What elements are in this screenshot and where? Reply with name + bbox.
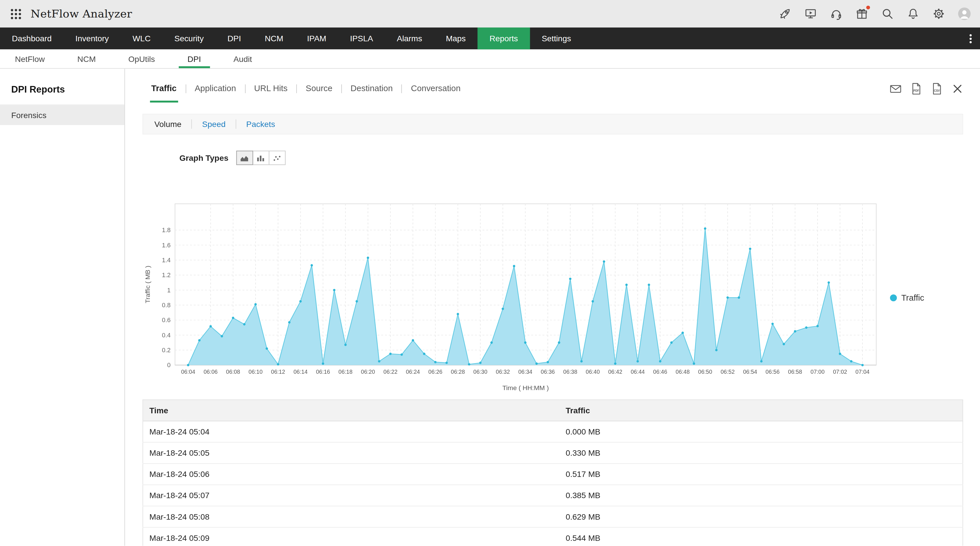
settings-gear-icon[interactable]	[932, 7, 946, 21]
report-tabs-row: TrafficApplicationURL HitsSourceDestinat…	[142, 69, 980, 101]
svg-text:0: 0	[167, 361, 170, 369]
notification-dot	[866, 6, 870, 10]
svg-text:06:56: 06:56	[766, 369, 780, 375]
export-csv-icon[interactable]: CSV	[931, 83, 943, 95]
live-demo-icon[interactable]	[804, 7, 818, 21]
top-header: NetFlow Analyzer	[0, 0, 980, 27]
module-sub-nav: NetFlowNCMOpUtilsDPIAudit	[0, 49, 980, 69]
email-icon[interactable]	[889, 83, 902, 95]
app-title: NetFlow Analyzer	[31, 8, 132, 20]
nav-item-ipam[interactable]: IPAM	[295, 27, 338, 49]
table-row: Mar-18-24 05:060.517 MB	[143, 463, 963, 485]
tab-conversation[interactable]: Conversation	[402, 76, 469, 100]
svg-text:06:28: 06:28	[451, 369, 465, 375]
user-avatar[interactable]	[957, 7, 971, 21]
nav-item-wlc[interactable]: WLC	[121, 27, 162, 49]
tab-destination[interactable]: Destination	[342, 76, 401, 100]
sidebar: DPI Reports Forensics	[0, 69, 125, 546]
subnav-item-netflow[interactable]: NetFlow	[6, 49, 54, 68]
overflow-menu-icon[interactable]	[961, 27, 980, 49]
cell-time: Mar-18-24 05:04	[143, 421, 559, 442]
subnav-item-audit[interactable]: Audit	[225, 49, 261, 68]
cell-time: Mar-18-24 05:09	[143, 527, 559, 546]
graph-types-label: Graph Types	[180, 153, 228, 162]
app-launcher-icon[interactable]	[9, 7, 23, 21]
metric-tab-volume[interactable]: Volume	[145, 115, 191, 134]
graph-types-row: Graph Types	[180, 151, 980, 165]
graph-type-scatter-button[interactable]	[269, 151, 285, 165]
table-header-row: TimeTraffic	[143, 400, 963, 421]
nav-item-dpi[interactable]: DPI	[215, 27, 253, 49]
top-header-left: NetFlow Analyzer	[9, 7, 132, 21]
subnav-item-ncm[interactable]: NCM	[68, 49, 105, 68]
cell-traffic: 0.000 MB	[559, 421, 963, 442]
svg-text:Time ( HH:MM ): Time ( HH:MM )	[502, 384, 549, 392]
tab-url-hits[interactable]: URL Hits	[245, 76, 296, 100]
graph-type-bar-button[interactable]	[252, 151, 269, 165]
svg-text:06:08: 06:08	[226, 369, 240, 375]
svg-text:06:32: 06:32	[496, 369, 510, 375]
svg-text:06:16: 06:16	[316, 369, 330, 375]
legend-marker-traffic	[890, 294, 897, 301]
svg-text:0.8: 0.8	[162, 301, 170, 309]
subnav-item-dpi[interactable]: DPI	[179, 49, 210, 68]
cell-time: Mar-18-24 05:06	[143, 463, 559, 485]
svg-text:1.6: 1.6	[162, 242, 170, 249]
export-pdf-icon[interactable]: PDF	[910, 83, 923, 95]
svg-text:06:34: 06:34	[519, 369, 532, 375]
rocket-icon[interactable]	[778, 7, 792, 21]
nav-item-ipsla[interactable]: IPSLA	[338, 27, 385, 49]
svg-text:07:04: 07:04	[855, 369, 869, 375]
nav-item-inventory[interactable]: Inventory	[64, 27, 121, 49]
chart-area: 00.20.40.60.811.21.41.61.806:0406:0606:0…	[142, 201, 980, 394]
whats-new-gift-icon[interactable]	[855, 7, 869, 21]
main-nav-items: DashboardInventoryWLCSecurityDPINCMIPAMI…	[0, 27, 583, 49]
svg-text:PDF: PDF	[913, 89, 919, 92]
svg-text:06:54: 06:54	[743, 369, 757, 375]
nav-item-security[interactable]: Security	[162, 27, 215, 49]
svg-text:1.2: 1.2	[162, 271, 170, 279]
graph-type-area-button[interactable]	[236, 151, 253, 165]
report-toolbar: PDF CSV	[889, 83, 964, 95]
chart-legend: Traffic	[890, 293, 924, 302]
nav-item-alarms[interactable]: Alarms	[385, 27, 434, 49]
cell-traffic: 0.517 MB	[559, 463, 963, 485]
svg-text:06:46: 06:46	[653, 369, 667, 375]
svg-text:1: 1	[167, 287, 170, 294]
svg-text:06:04: 06:04	[181, 369, 195, 375]
cell-time: Mar-18-24 05:08	[143, 506, 559, 527]
nav-item-settings[interactable]: Settings	[530, 27, 583, 49]
svg-text:06:14: 06:14	[293, 369, 307, 375]
metric-tab-speed[interactable]: Speed	[192, 115, 235, 134]
svg-text:07:00: 07:00	[810, 369, 824, 375]
close-icon[interactable]	[951, 83, 964, 95]
table-row: Mar-18-24 05:070.385 MB	[143, 485, 963, 506]
sidebar-item-forensics[interactable]: Forensics	[0, 105, 124, 125]
tab-traffic[interactable]: Traffic	[142, 76, 185, 100]
svg-text:06:48: 06:48	[676, 369, 690, 375]
support-headset-icon[interactable]	[829, 7, 843, 21]
nav-item-ncm[interactable]: NCM	[253, 27, 295, 49]
search-icon[interactable]	[881, 7, 894, 21]
svg-text:06:50: 06:50	[698, 369, 712, 375]
svg-text:06:36: 06:36	[541, 369, 555, 375]
notifications-bell-icon[interactable]	[906, 7, 920, 21]
tab-application[interactable]: Application	[186, 76, 245, 100]
svg-text:06:40: 06:40	[586, 369, 600, 375]
cell-traffic: 0.385 MB	[559, 485, 963, 506]
nav-item-maps[interactable]: Maps	[434, 27, 478, 49]
tab-source[interactable]: Source	[297, 76, 341, 100]
traffic-table: TimeTrafficMar-18-24 05:040.000 MBMar-18…	[142, 400, 963, 546]
svg-text:07:02: 07:02	[833, 369, 847, 375]
svg-text:06:44: 06:44	[631, 369, 645, 375]
table-row: Mar-18-24 05:090.544 MB	[143, 527, 963, 546]
table-row: Mar-18-24 05:050.330 MB	[143, 442, 963, 463]
nav-item-dashboard[interactable]: Dashboard	[0, 27, 64, 49]
subnav-item-oputils[interactable]: OpUtils	[119, 49, 164, 68]
svg-text:CSV: CSV	[934, 89, 940, 92]
svg-text:06:42: 06:42	[608, 369, 622, 375]
cell-traffic: 0.544 MB	[559, 527, 963, 546]
metric-tab-packets[interactable]: Packets	[236, 115, 285, 134]
svg-text:06:22: 06:22	[383, 369, 398, 375]
nav-item-reports[interactable]: Reports	[478, 27, 530, 49]
